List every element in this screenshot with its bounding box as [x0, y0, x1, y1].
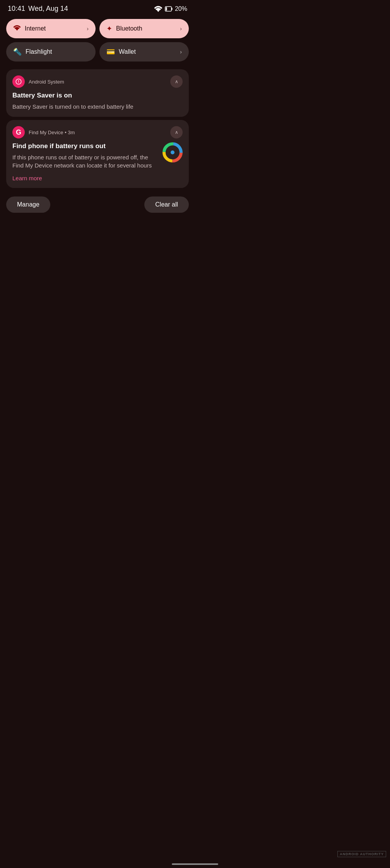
battery-saver-app-name: Android System: [29, 79, 64, 85]
fmd-text-area: Find phone if battery runs out If this p…: [12, 142, 158, 169]
bluetooth-label: Bluetooth: [116, 25, 176, 32]
battery-icon: [165, 6, 173, 12]
qs-tile-wallet[interactable]: 💳 Wallet ›: [99, 42, 189, 62]
android-system-icon: [12, 75, 25, 88]
internet-chevron-icon: ›: [87, 26, 89, 32]
fmd-content-top: Find phone if battery runs out If this p…: [12, 142, 183, 169]
battery-saver-body: Battery Saver is turned on to extend bat…: [12, 103, 183, 111]
battery-saver-collapse-btn[interactable]: ∧: [170, 75, 183, 88]
notification-battery-saver: Android System ∧ Battery Saver is on Bat…: [6, 69, 189, 117]
wallet-chevron-icon: ›: [180, 49, 182, 55]
find-device-icon: G: [12, 126, 25, 138]
qs-tile-bluetooth[interactable]: ✦ Bluetooth ›: [99, 19, 189, 38]
clear-all-button[interactable]: Clear all: [144, 196, 189, 213]
wifi-icon: [154, 6, 162, 12]
google-fmd-logo-icon: [162, 142, 183, 162]
flashlight-icon: 🔦: [13, 48, 22, 56]
qs-row-2: 🔦 Flashlight 💳 Wallet ›: [6, 42, 189, 62]
status-right-icons: 20%: [154, 5, 187, 12]
manage-button[interactable]: Manage: [6, 196, 50, 213]
internet-icon: [13, 25, 21, 33]
learn-more-link[interactable]: Learn more: [12, 175, 42, 181]
status-date: Wed, Aug 14: [28, 5, 68, 13]
svg-point-10: [171, 150, 174, 154]
fmd-app-name: Find My Device • 3m: [29, 130, 75, 135]
fmd-body: If this phone runs out of battery or is …: [12, 153, 158, 169]
qs-tile-internet[interactable]: Internet ›: [6, 19, 96, 38]
notif-fmd-header: G Find My Device • 3m ∧: [12, 126, 183, 138]
notif-battery-header-left: Android System: [12, 75, 64, 88]
chevron-up-icon-2: ∧: [175, 130, 178, 135]
flashlight-label: Flashlight: [26, 48, 89, 55]
wallet-label: Wallet: [119, 48, 176, 55]
wallet-icon: 💳: [106, 48, 115, 56]
status-time: 10:41: [8, 5, 25, 13]
qs-tile-flashlight[interactable]: 🔦 Flashlight: [6, 42, 96, 62]
battery-percentage: 20%: [175, 5, 187, 12]
notifications-area: Android System ∧ Battery Saver is on Bat…: [0, 66, 195, 191]
fmd-title: Find phone if battery runs out: [12, 142, 158, 150]
quick-settings-panel: Internet › ✦ Bluetooth › 🔦 Flashlight 💳 …: [0, 16, 195, 66]
bluetooth-icon: ✦: [106, 24, 112, 33]
bluetooth-chevron-icon: ›: [180, 26, 182, 32]
status-bar: 10:41 Wed, Aug 14 20%: [0, 0, 195, 16]
notification-find-my-device: G Find My Device • 3m ∧ Find phone if ba…: [6, 120, 189, 188]
notif-fmd-header-left: G Find My Device • 3m: [12, 126, 75, 138]
notif-battery-header: Android System ∧: [12, 75, 183, 88]
notification-action-buttons: Manage Clear all: [0, 191, 195, 218]
fmd-collapse-btn[interactable]: ∧: [170, 126, 183, 138]
internet-label: Internet: [25, 25, 83, 32]
svg-rect-3: [166, 7, 167, 10]
qs-row-1: Internet › ✦ Bluetooth ›: [6, 19, 189, 38]
chevron-up-icon: ∧: [175, 79, 178, 84]
svg-rect-2: [171, 8, 173, 10]
battery-saver-title: Battery Saver is on: [12, 92, 183, 99]
fmd-logo: [162, 142, 183, 164]
